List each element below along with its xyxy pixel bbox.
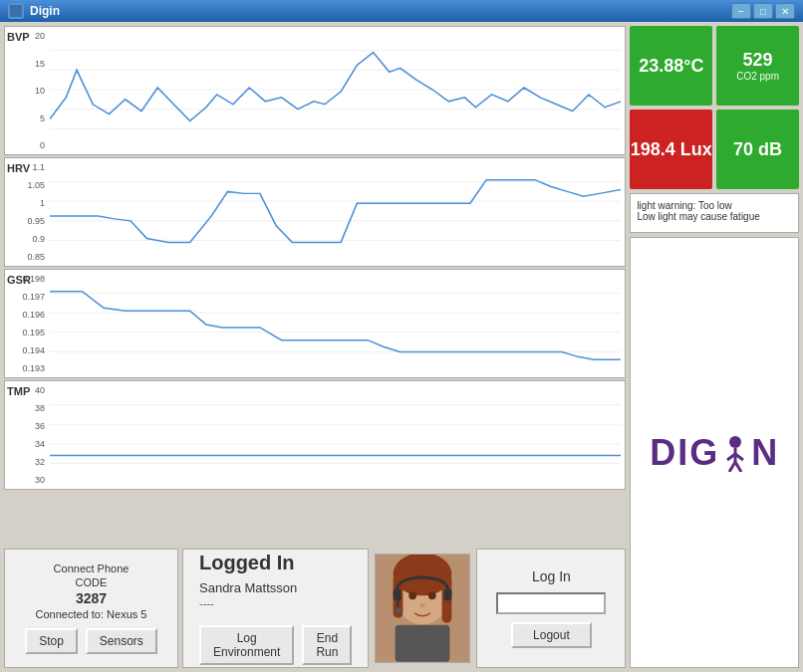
window-title: Digin xyxy=(30,4,60,18)
tmp-y5: 30 xyxy=(7,475,45,485)
stop-button[interactable]: Stop xyxy=(25,628,78,654)
gsr-y2: 0.196 xyxy=(7,310,45,320)
hrv-y4: 0.9 xyxy=(7,234,45,244)
logged-in-section: Logged In Sandra Mattsson ---- Log Envir… xyxy=(182,549,369,668)
hrv-y3: 0.95 xyxy=(7,216,45,226)
svg-point-29 xyxy=(419,603,425,607)
bvp-y0: 20 xyxy=(7,31,45,41)
code-value: 3287 xyxy=(76,590,107,606)
svg-point-28 xyxy=(428,591,436,599)
title-bar: Digin − □ ✕ xyxy=(0,0,803,22)
tmp-y1: 38 xyxy=(7,403,45,413)
tmp-y3: 34 xyxy=(7,439,45,449)
user-extra: ---- xyxy=(199,597,214,609)
profile-photo xyxy=(375,554,470,663)
svg-rect-25 xyxy=(444,588,452,600)
connected-label: Connected to: Nexus 5 xyxy=(36,608,147,620)
svg-rect-23 xyxy=(396,625,450,662)
hrv-y0: 1.1 xyxy=(7,162,45,172)
connect-phone-label: Connect Phone xyxy=(54,562,130,574)
digin-person-icon xyxy=(721,434,749,472)
gsr-y1: 0.197 xyxy=(7,292,45,302)
code-label: CODE xyxy=(76,576,108,588)
gsr-svg-area xyxy=(50,274,621,373)
co2-value: 529 xyxy=(743,50,773,71)
hrv-y1: 1.05 xyxy=(7,180,45,190)
light-value: 198.4 Lux xyxy=(631,139,712,160)
user-name: Sandra Mattsson xyxy=(199,580,297,595)
warning-line1: light warning: Too low xyxy=(637,200,792,211)
digin-logo: DIG N xyxy=(630,237,799,668)
bvp-svg-area xyxy=(50,31,621,150)
profile-section xyxy=(373,549,472,668)
hrv-y2: 1 xyxy=(7,198,45,208)
bvp-y4: 0 xyxy=(7,140,45,150)
login-input[interactable] xyxy=(496,592,606,614)
login-section: Log In Logout xyxy=(476,549,626,668)
sensors-button[interactable]: Sensors xyxy=(86,628,157,654)
temperature-value: 23.88°C xyxy=(639,56,703,77)
svg-rect-0 xyxy=(10,5,22,17)
close-button[interactable]: ✕ xyxy=(775,3,795,19)
left-panel: BVP 20 15 10 5 0 xyxy=(4,26,626,668)
log-environment-button[interactable]: Log Environment xyxy=(199,625,294,665)
maximize-button[interactable]: □ xyxy=(753,3,773,19)
tmp-y-axis: 40 38 36 34 32 30 xyxy=(7,381,47,489)
end-run-button[interactable]: End Run xyxy=(302,625,352,665)
connect-phone-section: Connect Phone CODE 3287 Connected to: Ne… xyxy=(4,549,178,668)
hrv-chart: HRV 1.1 1.05 1 0.95 0.9 0.85 xyxy=(4,157,626,267)
gsr-y5: 0.193 xyxy=(7,363,45,373)
hrv-y-axis: 1.1 1.05 1 0.95 0.9 0.85 xyxy=(7,158,47,266)
svg-point-27 xyxy=(409,591,417,599)
light-tile: 198.4 Lux xyxy=(630,110,712,189)
sound-value: 70 dB xyxy=(733,139,782,160)
minimize-button[interactable]: − xyxy=(731,3,751,19)
window-controls[interactable]: − □ ✕ xyxy=(731,3,795,19)
digin-logo-text: DIG N xyxy=(650,432,779,474)
hrv-svg-area xyxy=(50,162,621,262)
gsr-y3: 0.195 xyxy=(7,328,45,337)
digin-text-post: N xyxy=(751,432,779,474)
gsr-chart: GSR 0.198 0.197 0.196 0.195 0.194 0.193 xyxy=(4,269,626,378)
bvp-y1: 15 xyxy=(7,59,45,69)
sensor-grid: 23.88°C 529 CO2 ppm 198.4 Lux 70 dB xyxy=(630,26,799,189)
svg-point-30 xyxy=(729,436,741,448)
main-container: BVP 20 15 10 5 0 xyxy=(0,22,803,672)
app-icon xyxy=(8,3,24,19)
tmp-svg-area xyxy=(50,385,621,485)
sound-tile: 70 dB xyxy=(716,110,799,189)
tmp-y4: 32 xyxy=(7,457,45,467)
warning-box: light warning: Too low Low light may cau… xyxy=(630,193,799,233)
logout-button[interactable]: Logout xyxy=(511,622,592,648)
tmp-chart: TMP 40 38 36 34 32 30 xyxy=(4,380,626,490)
gsr-y-axis: 0.198 0.197 0.196 0.195 0.194 0.193 xyxy=(7,270,47,377)
gsr-y0: 0.198 xyxy=(7,274,45,284)
bvp-y2: 10 xyxy=(7,86,45,96)
connect-buttons: Stop Sensors xyxy=(25,628,157,654)
co2-tile: 529 CO2 ppm xyxy=(716,26,799,106)
bvp-y-axis: 20 15 10 5 0 xyxy=(7,27,47,154)
svg-point-26 xyxy=(397,607,402,613)
logged-in-title: Logged In xyxy=(199,552,295,574)
bottom-panel: Connect Phone CODE 3287 Connected to: Ne… xyxy=(4,549,626,668)
charts-area: BVP 20 15 10 5 0 xyxy=(4,26,626,547)
warning-line2: Low light may cause fatigue xyxy=(637,211,792,222)
run-buttons: Log Environment End Run xyxy=(199,625,352,665)
svg-line-35 xyxy=(735,462,741,472)
right-panel: 23.88°C 529 CO2 ppm 198.4 Lux 70 dB ligh… xyxy=(630,26,799,668)
co2-unit: CO2 ppm xyxy=(736,71,779,82)
hrv-y5: 0.85 xyxy=(7,252,45,262)
digin-text-pre: DIG xyxy=(650,432,719,474)
bvp-chart: BVP 20 15 10 5 0 xyxy=(4,26,626,155)
tmp-y2: 36 xyxy=(7,421,45,431)
gsr-y4: 0.194 xyxy=(7,345,45,355)
tmp-y0: 40 xyxy=(7,385,45,395)
temperature-tile: 23.88°C xyxy=(630,26,712,106)
login-title: Log In xyxy=(532,568,571,584)
bvp-y3: 5 xyxy=(7,113,45,123)
svg-line-34 xyxy=(729,462,735,472)
